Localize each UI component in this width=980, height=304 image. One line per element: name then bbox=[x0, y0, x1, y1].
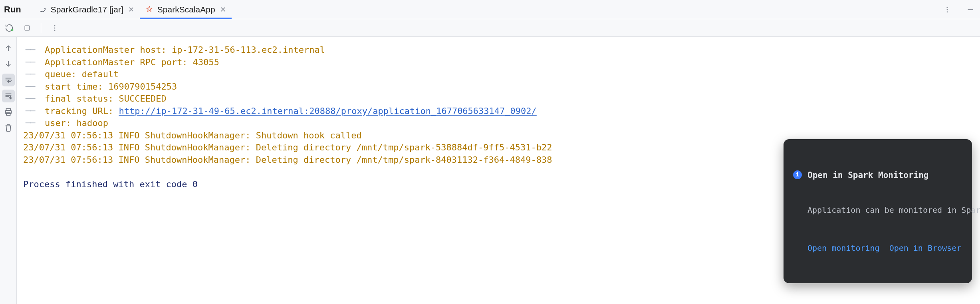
svg-point-10 bbox=[54, 30, 56, 31]
scroll-down-icon[interactable] bbox=[2, 58, 15, 70]
panel-label: Run bbox=[4, 4, 21, 15]
close-icon[interactable]: ✕ bbox=[220, 5, 226, 14]
log-line: ──ApplicationMaster host: ip-172-31-56-1… bbox=[23, 44, 974, 56]
indent-marker: ── bbox=[23, 68, 37, 81]
more-vert-icon[interactable] bbox=[49, 22, 60, 34]
log-text: 23/07/31 07:56:13 INFO ShutdownHookManag… bbox=[23, 142, 552, 152]
svg-rect-21 bbox=[6, 113, 10, 115]
more-vert-icon[interactable] bbox=[942, 4, 953, 15]
svg-rect-7 bbox=[25, 26, 30, 30]
notification-title: Open in Spark Monitoring bbox=[807, 170, 928, 181]
open-monitoring-link[interactable]: Open monitoring bbox=[807, 243, 880, 254]
tab-strip: Run SparkGradle17 [jar] ✕ SparkScalaApp … bbox=[0, 0, 980, 19]
scroll-up-icon[interactable] bbox=[2, 42, 15, 54]
tracking-url-link[interactable]: http://ip-172-31-49-65.ec2.internal:2088… bbox=[119, 106, 536, 116]
indent-marker: ── bbox=[23, 56, 37, 69]
log-text: 23/07/31 07:56:13 INFO ShutdownHookManag… bbox=[23, 155, 552, 165]
log-text: ApplicationMaster RPC port: 43055 bbox=[45, 57, 219, 67]
svg-point-3 bbox=[947, 9, 948, 10]
svg-point-8 bbox=[54, 25, 56, 26]
log-text: user: hadoop bbox=[45, 118, 108, 128]
console-toolbar bbox=[0, 19, 980, 37]
spark-icon bbox=[145, 6, 153, 14]
log-line: ──queue: default bbox=[23, 68, 974, 81]
gutter bbox=[0, 37, 17, 304]
svg-marker-6 bbox=[12, 28, 14, 31]
trash-icon[interactable] bbox=[2, 122, 15, 134]
toolbar-divider bbox=[41, 23, 41, 33]
finish-text: Process finished with exit code 0 bbox=[23, 179, 198, 189]
log-prefix: tracking URL: bbox=[45, 106, 119, 116]
console-output[interactable]: ──ApplicationMaster host: ip-172-31-56-1… bbox=[17, 37, 980, 304]
print-icon[interactable] bbox=[2, 106, 15, 118]
indent-marker: ── bbox=[23, 44, 37, 56]
close-icon[interactable]: ✕ bbox=[128, 5, 134, 14]
log-line: ──final status: SUCCEEDED bbox=[23, 93, 974, 105]
svg-point-2 bbox=[947, 6, 948, 8]
notification-body: Application can be monitored in Spark Hi… bbox=[807, 205, 962, 216]
tab-sparkgradle17[interactable]: SparkGradle17 [jar] ✕ bbox=[33, 0, 140, 19]
rerun-icon[interactable] bbox=[4, 22, 15, 34]
open-in-browser-link[interactable]: Open in Browser bbox=[889, 243, 962, 254]
indent-marker: ── bbox=[23, 105, 37, 118]
log-text: ApplicationMaster host: ip-172-31-56-113… bbox=[45, 45, 325, 55]
log-line: ──tracking URL: http://ip-172-31-49-65.e… bbox=[23, 105, 974, 118]
indent-marker: ── bbox=[23, 93, 37, 105]
minimize-icon[interactable] bbox=[965, 4, 976, 15]
main-area: ──ApplicationMaster host: ip-172-31-56-1… bbox=[0, 37, 980, 304]
soft-wrap-icon[interactable] bbox=[2, 74, 15, 86]
log-text: final status: SUCCEEDED bbox=[45, 94, 167, 104]
info-icon: i bbox=[793, 170, 802, 179]
tab-strip-right bbox=[942, 4, 976, 15]
log-text: 23/07/31 07:56:13 INFO ShutdownHookManag… bbox=[23, 130, 362, 140]
log-line: ──start time: 1690790154253 bbox=[23, 81, 974, 93]
log-line: ──user: hadoop bbox=[23, 117, 974, 130]
log-text: queue: default bbox=[45, 69, 119, 79]
stop-icon[interactable] bbox=[22, 22, 33, 34]
indent-marker: ── bbox=[23, 117, 37, 130]
gradle-icon bbox=[39, 6, 47, 14]
log-text: start time: 1690790154253 bbox=[45, 82, 177, 92]
tab-label: SparkScalaApp bbox=[157, 5, 215, 14]
tab-label: SparkGradle17 [jar] bbox=[51, 5, 123, 14]
notification-toast: i Open in Spark Monitoring Application c… bbox=[784, 139, 972, 283]
scroll-to-end-icon[interactable] bbox=[2, 90, 15, 102]
tab-sparkscalaapp[interactable]: SparkScalaApp ✕ bbox=[140, 0, 232, 19]
svg-point-4 bbox=[947, 11, 948, 12]
svg-point-9 bbox=[54, 27, 56, 28]
indent-marker: ── bbox=[23, 81, 37, 93]
log-line: ──ApplicationMaster RPC port: 43055 bbox=[23, 56, 974, 69]
